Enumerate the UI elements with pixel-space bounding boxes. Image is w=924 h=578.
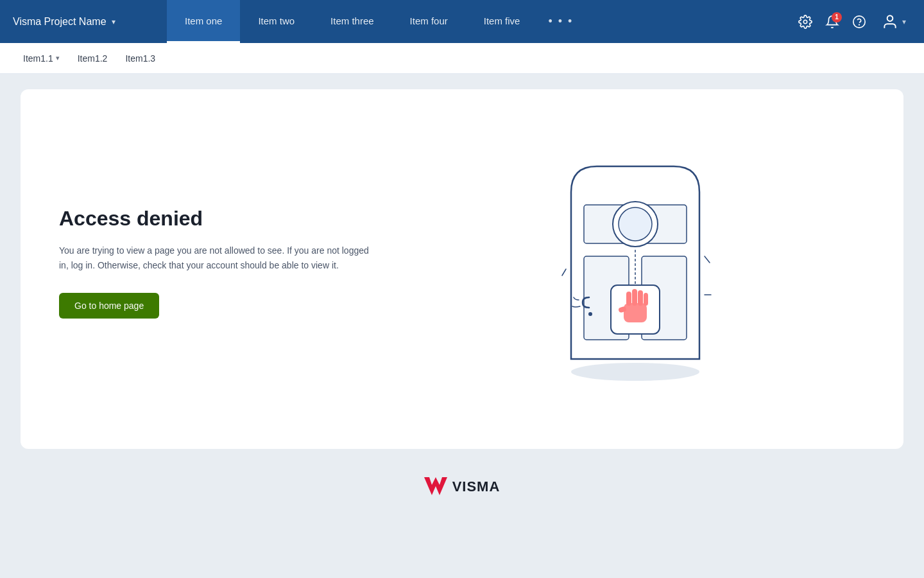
svg-rect-13 bbox=[624, 303, 647, 322]
brand-name: Visma Project Name bbox=[13, 16, 107, 28]
main-content: Access denied You are trying to view a p… bbox=[0, 74, 924, 464]
nav-item-four[interactable]: Item four bbox=[392, 0, 466, 43]
svg-rect-15 bbox=[632, 289, 637, 306]
visma-logo-text: VISMA bbox=[452, 478, 501, 495]
brand-chevron-icon: ▾ bbox=[112, 17, 116, 26]
nav-items: Item one Item two Item three Item four I… bbox=[167, 0, 783, 43]
svg-line-20 bbox=[705, 256, 710, 263]
notifications-button[interactable]: 1 bbox=[820, 10, 844, 34]
svg-point-0 bbox=[803, 20, 807, 24]
svg-rect-17 bbox=[644, 293, 648, 306]
user-menu[interactable]: ▾ bbox=[874, 13, 914, 30]
nav-actions: 1 ▾ bbox=[783, 0, 924, 43]
nav-item-two[interactable]: Item two bbox=[240, 0, 312, 43]
nav-item-three[interactable]: Item three bbox=[312, 0, 392, 43]
error-description: You are trying to view a page you are no… bbox=[59, 243, 380, 272]
brand-area[interactable]: Visma Project Name ▾ bbox=[0, 0, 167, 43]
svg-point-10 bbox=[588, 312, 592, 316]
secondary-item-1[interactable]: Item1.1 ▾ bbox=[15, 43, 67, 73]
svg-point-9 bbox=[619, 207, 652, 241]
nav-item-five[interactable]: Item five bbox=[466, 0, 538, 43]
notification-badge: 1 bbox=[832, 12, 842, 22]
nav-item-one[interactable]: Item one bbox=[167, 0, 240, 43]
user-chevron-icon: ▾ bbox=[902, 17, 906, 26]
go-home-button[interactable]: Go to home page bbox=[59, 293, 159, 319]
visma-logo-icon bbox=[424, 477, 447, 496]
settings-button[interactable] bbox=[793, 10, 817, 34]
error-title: Access denied bbox=[59, 207, 380, 231]
secondary-navigation: Item1.1 ▾ Item1.2 Item1.3 bbox=[0, 43, 924, 74]
nav-more-button[interactable]: • • • bbox=[538, 0, 583, 43]
error-card: Access denied You are trying to view a p… bbox=[21, 89, 903, 449]
secondary-chevron-icon: ▾ bbox=[56, 54, 60, 62]
svg-rect-16 bbox=[638, 290, 643, 306]
error-text-section: Access denied You are trying to view a p… bbox=[59, 207, 380, 319]
svg-point-1 bbox=[853, 15, 865, 27]
secondary-item-2[interactable]: Item1.2 bbox=[70, 43, 116, 73]
footer: VISMA bbox=[0, 464, 924, 509]
svg-line-19 bbox=[562, 269, 566, 276]
visma-logo: VISMA bbox=[424, 477, 501, 496]
svg-point-4 bbox=[571, 363, 699, 381]
error-illustration bbox=[406, 141, 865, 385]
svg-rect-14 bbox=[626, 292, 631, 306]
svg-point-3 bbox=[887, 15, 893, 21]
secondary-item-3[interactable]: Item1.3 bbox=[117, 43, 163, 73]
top-navigation: Visma Project Name ▾ Item one Item two I… bbox=[0, 0, 924, 43]
help-button[interactable] bbox=[847, 10, 871, 34]
access-denied-illustration bbox=[533, 141, 738, 385]
